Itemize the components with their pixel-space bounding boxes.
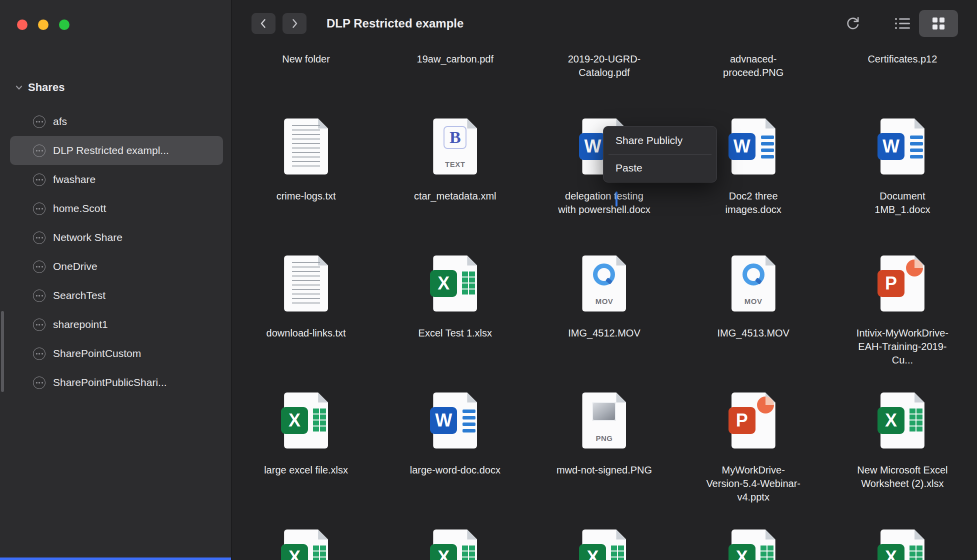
cell (462, 546, 468, 550)
sidebar-item-sharepoint1[interactable]: sharepoint1 (10, 310, 223, 339)
grid-view-button[interactable] (919, 10, 958, 37)
share-circle-icon (33, 174, 46, 186)
cell (462, 284, 468, 288)
file-item-partial[interactable]: X (828, 530, 977, 560)
file-item-partial[interactable]: X (380, 530, 530, 560)
file-item-intivix-myworkdrive-eah-training-2019-cu[interactable]: PIntivix-MyWorkDrive-EAH-Training-2019-C… (828, 256, 977, 392)
cell (611, 552, 617, 556)
file-name: Certificates.p12 (868, 52, 937, 66)
cell (313, 552, 319, 556)
sidebar-item-fwashare[interactable]: fwashare (10, 165, 223, 194)
docx-icon: W (728, 118, 778, 174)
file-kind-tag: MOV (732, 297, 776, 306)
cell (910, 552, 916, 556)
mov-icon: MOV (579, 256, 629, 312)
pie-chart-icon (757, 396, 774, 414)
sidebar-section-shares[interactable]: Shares (15, 81, 64, 94)
excel-badge: X (728, 544, 756, 560)
minimize-button[interactable] (38, 20, 48, 30)
menu-divider (608, 154, 712, 154)
file-item-excel-test-1-xlsx[interactable]: XExcel Test 1.xlsx (380, 256, 530, 392)
xlsx-icon: X (281, 530, 331, 560)
line (462, 422, 476, 426)
dot (42, 353, 43, 354)
sidebar-item-home-scott[interactable]: home.Scott (10, 194, 223, 223)
cell (768, 552, 774, 556)
word-lines (910, 136, 923, 158)
file-name: Excel Test 1.xlsx (418, 326, 492, 340)
file-item-partial[interactable]: X (679, 530, 828, 560)
list-view-button[interactable] (894, 16, 911, 31)
sidebar-item-dlp-restricted-exampl[interactable]: DLP Restricted exampl... (10, 136, 223, 165)
sidebar-item-sharepointcustom[interactable]: SharePointCustom (10, 339, 223, 368)
file-item-large-word-doc-docx[interactable]: Wlarge-word-doc.docx (380, 392, 530, 530)
finder-window: { "window": { "title": "DLP Restricted e… (0, 0, 977, 560)
cell (611, 558, 617, 560)
file-name: advnaced-proceed.PNG (706, 52, 802, 80)
file-icon-zone: P (878, 256, 928, 312)
xlsx-icon: X (728, 530, 778, 560)
file-item-document-1mb-1-docx[interactable]: WDocument 1MB_1.docx (828, 118, 977, 256)
forward-button[interactable] (282, 13, 306, 34)
cell (469, 272, 475, 276)
file-item-download-links-txt[interactable]: download-links.txt (232, 256, 380, 392)
scrollbar[interactable] (1, 311, 4, 392)
sidebar-item-sharepointpublicshari[interactable]: SharePointPublicShari... (10, 368, 223, 397)
file-item-myworkdrive-version-5-4-webinar-v4-pptx[interactable]: PMyWorkDrive-Version-5.4-Webinar-v4.pptx (679, 392, 828, 530)
word-lines (761, 136, 774, 158)
cell (611, 546, 617, 550)
sidebar-item-label: DLP Restricted exampl... (53, 144, 169, 156)
file-name: Doc2 three images.docx (706, 190, 802, 216)
back-button[interactable] (252, 13, 276, 34)
fold-corner (467, 392, 477, 402)
file-item-large-excel-file-xlsx[interactable]: Xlarge excel file.xlsx (232, 392, 380, 530)
page-shape: BTEXT (433, 118, 477, 174)
cell (313, 558, 319, 560)
fold-corner (766, 118, 776, 128)
sidebar-item-network-share[interactable]: Network Share (10, 223, 223, 252)
excel-grid (910, 546, 922, 560)
file-item-partial[interactable]: X (530, 530, 678, 560)
sidebar-item-afs[interactable]: afs (10, 107, 223, 136)
file-name: New Microsoft Excel Worksheet (2).xlsx (854, 464, 950, 490)
sidebar-item-searchtest[interactable]: SearchTest (10, 281, 223, 310)
word-lines (462, 410, 476, 432)
zoom-button[interactable] (59, 20, 70, 30)
share-circle-icon (33, 260, 46, 273)
close-button[interactable] (17, 20, 28, 30)
excel-grid (462, 546, 475, 560)
chevron-down-icon (15, 84, 23, 92)
file-item-crime-logs-txt[interactable]: crime-logs.txt (232, 118, 380, 256)
file-name: Intivix-MyWorkDrive-EAH-Training-2019-Cu… (854, 326, 950, 367)
word-badge: W (878, 133, 904, 160)
sidebar-item-label: Network Share (53, 232, 122, 244)
refresh-icon (845, 16, 861, 32)
mov-icon: MOV (728, 256, 778, 312)
fold-corner (318, 392, 328, 402)
sidebar-item-label: SharePointPublicShari... (53, 376, 167, 388)
fold-corner (914, 392, 924, 402)
dot (36, 150, 38, 152)
bottom-accent-bar (0, 558, 231, 560)
window-title: DLP Restricted example (326, 16, 464, 30)
file-item-mwd-not-signed-png[interactable]: PNGmwd-not-signed.PNG (530, 392, 678, 530)
context-menu: Share PubliclyPaste (603, 126, 717, 182)
cell (618, 558, 624, 560)
context-menu-item-share-publicly[interactable]: Share Publicly (604, 128, 716, 153)
file-item-new-microsoft-excel-worksheet-2-xlsx[interactable]: XNew Microsoft Excel Worksheet (2).xlsx (828, 392, 977, 530)
dot (42, 121, 43, 122)
context-menu-item-paste[interactable]: Paste (604, 156, 716, 180)
refresh-button[interactable] (845, 16, 861, 32)
file-item-partial[interactable]: X (232, 530, 380, 560)
pie-chart-icon (906, 260, 923, 276)
cell (469, 546, 475, 550)
file-item-img-4512-mov[interactable]: MOVIMG_4512.MOV (530, 256, 678, 392)
cell (768, 546, 774, 550)
sidebar-item-label: fwashare (53, 174, 96, 186)
file-kind-tag: TEXT (433, 160, 477, 168)
file-item-ctar-metadata-xml[interactable]: BTEXTctar_metadata.xml (380, 118, 530, 256)
sidebar-item-label: SharePointCustom (53, 348, 141, 360)
file-item-img-4513-mov[interactable]: MOVIMG_4513.MOV (679, 256, 828, 392)
sidebar-item-onedrive[interactable]: OneDrive (10, 252, 223, 281)
sidebar: Shares afsDLP Restricted exampl...fwasha… (0, 0, 232, 560)
